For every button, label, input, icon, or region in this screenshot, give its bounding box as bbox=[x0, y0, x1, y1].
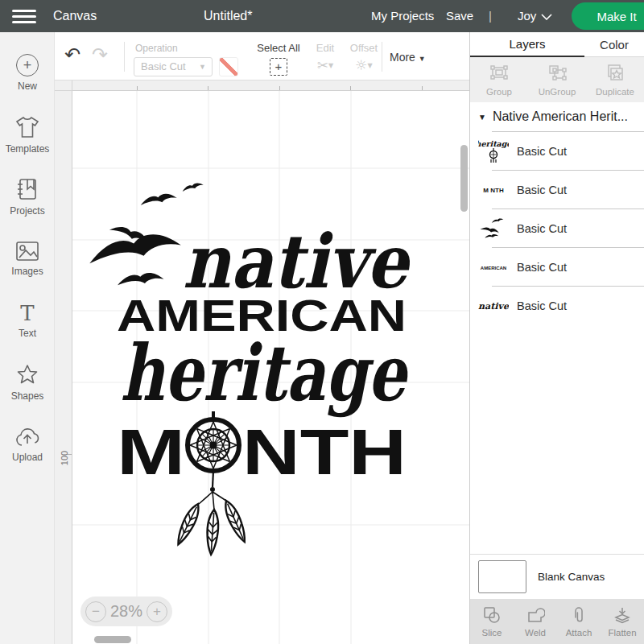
upload-cloud-icon bbox=[14, 427, 40, 448]
layers-panel: Layers Color Group UnGroup Duplicate ▼ N… bbox=[469, 32, 644, 644]
duplicate-icon bbox=[605, 63, 625, 82]
images-icon bbox=[15, 241, 39, 262]
slice-button[interactable]: Slice bbox=[470, 606, 514, 638]
word-month-m: M bbox=[117, 416, 185, 488]
design-artwork[interactable]: native AMERICAN heritage M NTH bbox=[76, 173, 415, 576]
attach-button[interactable]: Attach bbox=[557, 606, 601, 638]
layer-row-american[interactable]: AMERICAN Basic Cut bbox=[470, 248, 644, 286]
document-title[interactable]: Untitled* bbox=[204, 0, 252, 32]
offset-sun-icon: ☼▼ bbox=[343, 57, 385, 73]
flatten-button[interactable]: Flatten bbox=[601, 606, 644, 638]
word-month-nth: NTH bbox=[242, 416, 407, 488]
toolbar-divider bbox=[124, 42, 125, 72]
layer-thumbnail-month: M NTH bbox=[478, 175, 509, 205]
menu-icon[interactable] bbox=[12, 10, 36, 23]
weld-icon bbox=[526, 606, 545, 624]
my-projects-link[interactable]: My Projects bbox=[371, 0, 434, 32]
slice-icon bbox=[482, 606, 502, 624]
layer-group-header[interactable]: ▼ Native American Herit... bbox=[470, 102, 644, 131]
layer-row-month[interactable]: M NTH Basic Cut bbox=[470, 171, 644, 208]
chevron-down-icon[interactable] bbox=[541, 14, 552, 20]
zoom-level: 28% bbox=[110, 602, 142, 621]
make-it-button[interactable]: Make It bbox=[572, 2, 644, 30]
color-swatch[interactable] bbox=[219, 57, 238, 76]
panel-tabs: Layers Color bbox=[470, 32, 644, 57]
blank-canvas-swatch[interactable] bbox=[478, 560, 526, 593]
projects-icon bbox=[16, 177, 39, 201]
scissors-icon: ✂▼ bbox=[306, 57, 345, 73]
layer-row-heritage[interactable]: heritage Basic Cut bbox=[470, 132, 644, 170]
word-heritage: heritage bbox=[121, 328, 410, 419]
tshirt-icon bbox=[14, 115, 40, 139]
sidebar-item-projects[interactable]: Projects bbox=[0, 167, 55, 225]
new-icon: + bbox=[16, 54, 39, 76]
select-all-icon: + bbox=[270, 58, 287, 76]
ruler-label-100: 100 bbox=[60, 449, 69, 467]
operation-label: Operation bbox=[135, 43, 178, 54]
layer-group-title: Native American Herit... bbox=[493, 109, 628, 124]
duplicate-button[interactable]: Duplicate bbox=[586, 63, 644, 97]
tab-color[interactable]: Color bbox=[584, 32, 644, 57]
text-icon: T bbox=[20, 303, 34, 324]
edit-toolbar: ↶ ↷ Operation Basic Cut▼ Select All + Ed… bbox=[55, 32, 469, 80]
weld-button[interactable]: Weld bbox=[514, 606, 557, 638]
page-title: Canvas bbox=[53, 0, 97, 32]
select-all-button[interactable]: Select All + bbox=[252, 42, 305, 76]
group-icon bbox=[489, 63, 510, 82]
combine-toolbar: Slice Weld Attach Flatten bbox=[470, 599, 644, 644]
blank-canvas-row[interactable]: Blank Canvas bbox=[470, 554, 644, 599]
svg-text:M NTH: M NTH bbox=[483, 187, 504, 194]
zoom-out-button[interactable]: − bbox=[85, 601, 106, 622]
user-menu[interactable]: Joy bbox=[518, 0, 536, 32]
toolbar-divider bbox=[382, 42, 382, 72]
layer-thumbnail-native: native bbox=[478, 291, 509, 321]
zoom-control: − 28% + bbox=[80, 597, 172, 626]
top-header: Canvas Untitled* My Projects Save | Joy … bbox=[0, 0, 644, 32]
layer-thumbnail-heritage: heritage bbox=[478, 136, 509, 167]
horizontal-ruler bbox=[72, 80, 469, 91]
svg-text:AMERICAN: AMERICAN bbox=[481, 266, 506, 270]
zoom-in-button[interactable]: + bbox=[147, 601, 167, 622]
header-divider: | bbox=[489, 0, 492, 32]
ruler-corner bbox=[55, 80, 72, 91]
horizontal-scrollbar[interactable] bbox=[94, 636, 131, 643]
group-button[interactable]: Group bbox=[470, 63, 528, 97]
flatten-icon bbox=[613, 606, 632, 624]
save-button[interactable]: Save bbox=[446, 0, 473, 32]
vertical-ruler: 100 bbox=[55, 91, 72, 644]
sidebar-item-text[interactable]: T Text bbox=[0, 291, 55, 349]
redo-icon[interactable]: ↷ bbox=[92, 43, 108, 66]
undo-icon[interactable]: ↶ bbox=[64, 43, 80, 66]
sidebar-item-images[interactable]: Images bbox=[0, 229, 55, 287]
shapes-icon bbox=[15, 363, 39, 386]
svg-text:heritage: heritage bbox=[478, 139, 509, 149]
sidebar-item-upload[interactable]: Upload bbox=[0, 415, 55, 473]
chevron-down-icon: ▼ bbox=[478, 113, 486, 122]
offset-button[interactable]: Offset ☼▼ bbox=[343, 42, 385, 73]
layer-thumbnail-birds bbox=[478, 213, 509, 244]
vertical-scrollbar[interactable] bbox=[460, 145, 468, 212]
operation-select[interactable]: Basic Cut▼ bbox=[134, 57, 213, 76]
sidebar-item-new[interactable]: + New bbox=[0, 43, 55, 101]
attach-icon bbox=[569, 606, 588, 624]
layer-thumbnail-american: AMERICAN bbox=[478, 252, 509, 283]
layer-row-native[interactable]: native Basic Cut bbox=[470, 287, 644, 324]
more-button[interactable]: More ▼ bbox=[390, 51, 426, 64]
layer-row-birds[interactable]: Basic Cut bbox=[470, 209, 644, 247]
ungroup-button[interactable]: UnGroup bbox=[528, 63, 586, 97]
canvas-area: 100 bbox=[55, 80, 469, 644]
ungroup-icon bbox=[547, 63, 568, 82]
tab-layers[interactable]: Layers bbox=[470, 32, 584, 57]
svg-text:native: native bbox=[478, 301, 509, 312]
left-sidebar: + New Templates Projects Images T Text S… bbox=[0, 32, 55, 644]
cricut-design-space-app: Canvas Untitled* My Projects Save | Joy … bbox=[0, 0, 644, 644]
sidebar-item-shapes[interactable]: Shapes bbox=[0, 353, 55, 411]
layer-actions: Group UnGroup Duplicate bbox=[470, 57, 644, 102]
sidebar-item-templates[interactable]: Templates bbox=[0, 105, 55, 163]
edit-button[interactable]: Edit ✂▼ bbox=[306, 42, 345, 73]
